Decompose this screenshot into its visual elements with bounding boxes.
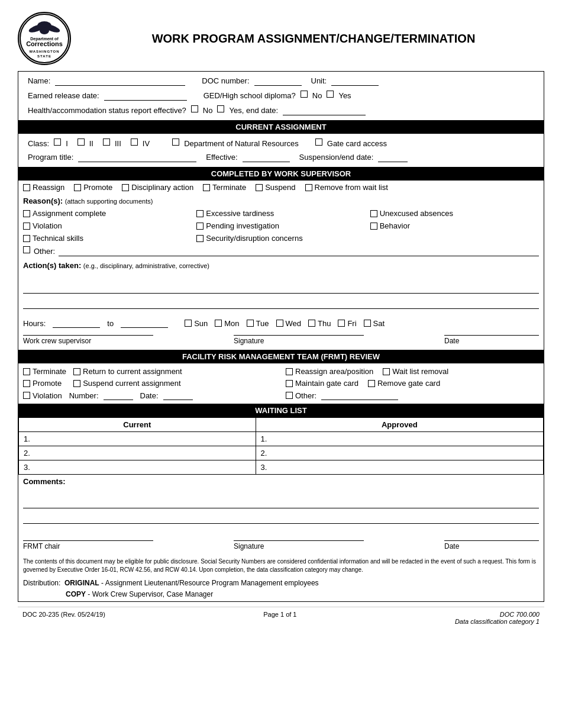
distribution-original-text: - Assignment Lieutenant/Resource Program… bbox=[101, 579, 319, 587]
waiting-approved-1[interactable]: 1. bbox=[256, 432, 543, 446]
health-row: Health/accommodation status report effec… bbox=[23, 103, 539, 118]
program-title-label: Program title: bbox=[28, 153, 73, 162]
mon-checkbox[interactable] bbox=[215, 320, 222, 327]
frmt-remove-gate-checkbox[interactable] bbox=[368, 380, 375, 387]
hours-to-field[interactable] bbox=[121, 318, 168, 328]
suspension-field[interactable] bbox=[378, 153, 408, 162]
thu-group: Thu bbox=[308, 319, 331, 328]
frmt-promote-checkbox[interactable] bbox=[23, 380, 30, 387]
reasons-section: Reason(s): (attach supporting documents)… bbox=[18, 194, 544, 259]
disciplinary-checkbox[interactable] bbox=[122, 184, 129, 191]
remove-waitlist-checkbox[interactable] bbox=[305, 184, 312, 191]
reasons-note: (attach supporting documents) bbox=[65, 198, 153, 205]
class-iii-checkbox[interactable] bbox=[103, 138, 110, 146]
frmt-other-field[interactable] bbox=[321, 391, 398, 400]
hours-to-label: to bbox=[107, 319, 114, 328]
sat-group: Sat bbox=[364, 319, 385, 328]
violation-checkbox[interactable] bbox=[23, 223, 30, 230]
dnr-checkbox[interactable] bbox=[172, 138, 179, 146]
distribution-section: Distribution: ORIGINAL - Assignment Lieu… bbox=[18, 576, 544, 601]
technical-skills-checkbox[interactable] bbox=[23, 235, 30, 242]
sat-checkbox[interactable] bbox=[364, 320, 371, 327]
frmt-violation-checkbox[interactable] bbox=[23, 392, 30, 399]
security-checkbox[interactable] bbox=[196, 235, 204, 242]
behavior-checkbox[interactable] bbox=[370, 223, 377, 230]
comment-line-1[interactable] bbox=[23, 495, 539, 508]
svg-text:Corrections: Corrections bbox=[26, 40, 63, 47]
security-label: Security/disruption concerns bbox=[206, 234, 302, 243]
suspend-checkbox[interactable] bbox=[256, 184, 263, 191]
frmt-suspend-checkbox[interactable] bbox=[73, 380, 80, 387]
frmt-signature-line bbox=[234, 540, 364, 541]
tue-checkbox[interactable] bbox=[247, 320, 254, 327]
page-footer: DOC 20-235 (Rev. 05/24/19) Page 1 of 1 D… bbox=[18, 607, 544, 625]
action-line-1[interactable] bbox=[23, 281, 539, 294]
frmt-reassign-checkbox[interactable] bbox=[286, 368, 293, 375]
frmt-other-checkbox[interactable] bbox=[286, 392, 293, 399]
action-line-2[interactable] bbox=[23, 296, 539, 309]
comment-line-2[interactable] bbox=[23, 511, 539, 524]
wed-checkbox[interactable] bbox=[276, 320, 283, 327]
pending-investigation-checkbox[interactable] bbox=[196, 223, 204, 230]
waiting-current-1[interactable]: 1. bbox=[19, 432, 256, 446]
class-label: Class: bbox=[28, 139, 49, 148]
earned-release-field[interactable] bbox=[104, 91, 187, 101]
terminate-checkbox[interactable] bbox=[203, 184, 210, 191]
name-field[interactable] bbox=[55, 76, 185, 86]
unit-field[interactable] bbox=[331, 76, 379, 86]
ged-no-label: No bbox=[312, 91, 322, 100]
fri-checkbox[interactable] bbox=[338, 320, 345, 327]
waiting-current-3[interactable]: 3. bbox=[19, 460, 256, 475]
frmt-return-checkbox[interactable] bbox=[73, 368, 80, 375]
frmt-terminate-checkbox[interactable] bbox=[23, 368, 30, 375]
class-ii-checkbox[interactable] bbox=[77, 138, 85, 146]
gate-card-checkbox[interactable] bbox=[315, 138, 322, 146]
unit-label: Unit: bbox=[311, 76, 327, 85]
frmt-maintain-checkbox[interactable] bbox=[286, 380, 293, 387]
footer-doc-number: DOC 700.000 bbox=[455, 611, 540, 618]
health-end-date-field[interactable] bbox=[283, 106, 366, 115]
violation-label: Violation bbox=[33, 221, 62, 230]
other-field[interactable] bbox=[59, 247, 539, 256]
class-i-checkbox[interactable] bbox=[54, 138, 61, 146]
promote-checkbox[interactable] bbox=[74, 184, 81, 191]
frmt-date-field[interactable] bbox=[163, 391, 193, 400]
frmt-number-field[interactable] bbox=[104, 391, 133, 400]
ged-yes-checkbox[interactable] bbox=[327, 91, 334, 98]
distribution-original-label: ORIGINAL bbox=[64, 579, 99, 587]
health-yes-checkbox[interactable] bbox=[217, 105, 224, 112]
footer-right: DOC 700.000 Data classification category… bbox=[455, 611, 540, 625]
disciplinary-group: Disciplinary action bbox=[122, 183, 193, 192]
ged-no-checkbox[interactable] bbox=[301, 91, 308, 98]
waiting-approved-2[interactable]: 2. bbox=[256, 446, 543, 460]
footer-center: Page 1 of 1 bbox=[263, 611, 296, 625]
other-checkbox[interactable] bbox=[23, 246, 30, 253]
assignment-complete-checkbox[interactable] bbox=[23, 210, 30, 217]
excessive-tardiness-checkbox[interactable] bbox=[196, 210, 204, 217]
title-area: WORK PROGRAM ASSIGNMENT/CHANGE/TERMINATI… bbox=[83, 32, 544, 46]
sun-group: Sun bbox=[185, 319, 208, 328]
svg-text:WASHINGTON: WASHINGTON bbox=[29, 50, 59, 53]
frmt-waitlist-checkbox[interactable] bbox=[383, 368, 390, 375]
sun-checkbox[interactable] bbox=[185, 320, 192, 327]
sat-label: Sat bbox=[373, 319, 385, 328]
class-iv-checkbox[interactable] bbox=[131, 138, 138, 146]
reassign-checkbox[interactable] bbox=[23, 184, 30, 191]
frmt-chair-sig-line bbox=[23, 540, 153, 541]
effective-field[interactable] bbox=[243, 153, 290, 162]
table-row: 1. 1. bbox=[19, 432, 544, 446]
thu-checkbox[interactable] bbox=[308, 320, 315, 327]
supervisor-signature-line bbox=[234, 335, 364, 336]
personal-info-section: Name: DOC number: Unit: Earned release d… bbox=[18, 72, 544, 120]
hours-from-field[interactable] bbox=[53, 318, 100, 328]
program-title-field[interactable] bbox=[78, 153, 196, 162]
unexcused-absences-checkbox[interactable] bbox=[370, 210, 377, 217]
wed-label: Wed bbox=[286, 319, 302, 328]
supervisor-date-line bbox=[444, 335, 539, 336]
health-no-checkbox[interactable] bbox=[191, 105, 198, 112]
comments-label: Comments: bbox=[23, 477, 66, 486]
waiting-approved-3[interactable]: 3. bbox=[256, 460, 543, 475]
waiting-current-2[interactable]: 2. bbox=[19, 446, 256, 460]
doc-number-field[interactable] bbox=[254, 76, 302, 86]
waiting-approved-header: Approved bbox=[256, 418, 543, 432]
